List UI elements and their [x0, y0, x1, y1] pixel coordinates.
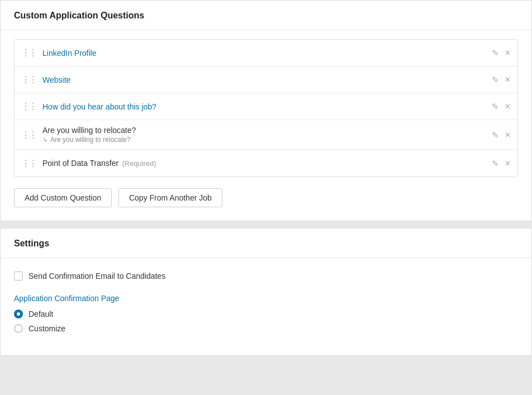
confirmation-page-group: Application Confirmation Page Default Cu… — [14, 294, 518, 333]
radio-option-default[interactable]: Default — [14, 310, 518, 318]
edit-question-icon[interactable]: ✎ — [492, 102, 499, 111]
custom-questions-header: Custom Application Questions — [1, 1, 531, 30]
question-text-wrap: Website — [42, 70, 492, 90]
remove-question-icon[interactable]: ✕ — [505, 160, 511, 167]
question-item: ⋮⋮Website✎✕ — [15, 66, 517, 93]
drag-handle-icon[interactable]: ⋮⋮ — [21, 47, 36, 58]
drag-handle-icon[interactable]: ⋮⋮ — [21, 101, 36, 112]
action-buttons-row: Add Custom Question Copy From Another Jo… — [14, 188, 518, 207]
settings-title: Settings — [14, 239, 49, 248]
confirmation-page-label: Application Confirmation Page — [14, 294, 518, 303]
remove-question-icon[interactable]: ✕ — [505, 49, 511, 56]
edit-question-icon[interactable]: ✎ — [492, 159, 499, 168]
question-actions: ✎✕ — [492, 131, 511, 139]
confirmation-email-label: Send Confirmation Email to Candidates — [28, 272, 165, 280]
settings-section: Settings Send Confirmation Email to Cand… — [0, 228, 532, 356]
edit-question-icon[interactable]: ✎ — [492, 131, 499, 139]
question-actions: ✎✕ — [492, 159, 511, 168]
radio-option-customize[interactable]: Customize — [14, 324, 518, 333]
settings-header: Settings — [1, 229, 531, 258]
drag-handle-icon[interactable]: ⋮⋮ — [21, 158, 36, 169]
radio-customize-circle[interactable] — [14, 324, 23, 333]
question-item: ⋮⋮How did you hear about this job?✎✕ — [15, 93, 517, 120]
remove-question-icon[interactable]: ✕ — [505, 131, 511, 139]
question-actions: ✎✕ — [492, 49, 511, 57]
question-text-wrap: How did you hear about this job? — [42, 97, 492, 117]
question-item: ⋮⋮Point of Data Transfer(Required)✎✕ — [15, 150, 517, 177]
question-label: How did you hear about this job? — [42, 102, 156, 111]
drag-handle-icon[interactable]: ⋮⋮ — [21, 130, 36, 140]
question-item: ⋮⋮LinkedIn Profile✎✕ — [15, 40, 517, 66]
question-label: Point of Data Transfer — [42, 159, 118, 168]
question-text-wrap: Point of Data Transfer(Required) — [42, 153, 492, 173]
custom-questions-body: ⋮⋮LinkedIn Profile✎✕⋮⋮Website✎✕⋮⋮How did… — [1, 30, 531, 221]
edit-question-icon[interactable]: ✎ — [492, 49, 499, 57]
radio-customize-label: Customize — [28, 324, 65, 333]
question-label: LinkedIn Profile — [42, 49, 97, 58]
question-actions: ✎✕ — [492, 102, 511, 111]
radio-default-label: Default — [28, 310, 53, 318]
question-required-badge: (Required) — [122, 159, 156, 168]
question-label: Website — [42, 75, 70, 84]
drag-handle-icon[interactable]: ⋮⋮ — [21, 74, 36, 85]
question-actions: ✎✕ — [492, 75, 511, 84]
custom-questions-section: Custom Application Questions ⋮⋮LinkedIn … — [0, 0, 532, 221]
question-item: ⋮⋮Are you willing to relocate?Are you wi… — [15, 120, 517, 150]
question-label: Are you willing to relocate? — [42, 126, 136, 135]
custom-questions-title: Custom Application Questions — [14, 11, 144, 20]
remove-question-icon[interactable]: ✕ — [505, 103, 511, 110]
remove-question-icon[interactable]: ✕ — [505, 76, 511, 83]
copy-from-another-job-button[interactable]: Copy From Another Job — [118, 188, 222, 207]
question-subtext: Are you willing to relocate? — [42, 136, 492, 144]
settings-body: Send Confirmation Email to Candidates Ap… — [1, 258, 531, 355]
add-custom-question-button[interactable]: Add Custom Question — [14, 188, 112, 207]
question-list: ⋮⋮LinkedIn Profile✎✕⋮⋮Website✎✕⋮⋮How did… — [14, 39, 518, 177]
question-text-wrap: LinkedIn Profile — [42, 43, 492, 63]
edit-question-icon[interactable]: ✎ — [492, 75, 499, 84]
question-text-wrap: Are you willing to relocate?Are you will… — [42, 120, 492, 149]
confirmation-email-checkbox[interactable] — [14, 272, 23, 280]
page-wrapper: Custom Application Questions ⋮⋮LinkedIn … — [0, 0, 532, 356]
confirmation-email-row: Send Confirmation Email to Candidates — [14, 272, 518, 280]
radio-default-circle[interactable] — [14, 310, 23, 318]
